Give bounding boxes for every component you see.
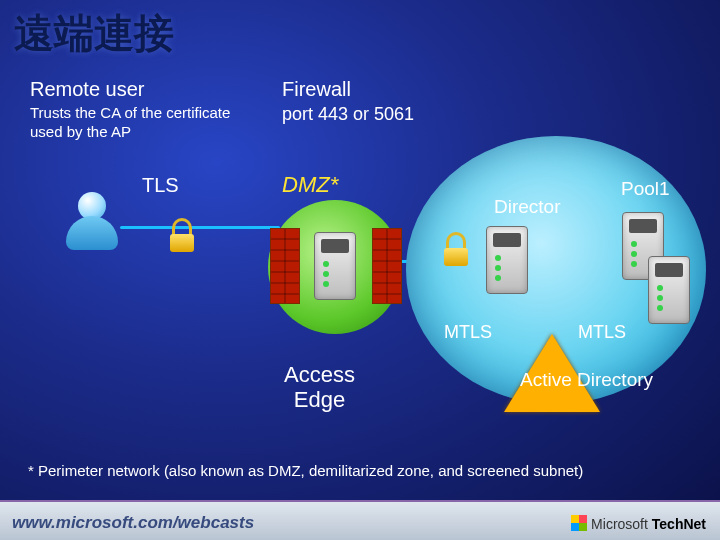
microsoft-logo-icon (571, 515, 587, 531)
footer-brand: Microsoft TechNet (571, 515, 706, 532)
active-directory-text: Active Directory (520, 369, 653, 390)
lock-icon-mtls1 (444, 236, 468, 266)
director-label: Director (494, 196, 561, 218)
access-edge-server-icon (314, 232, 356, 300)
mtls-label-1: MTLS (444, 322, 492, 343)
footer-brand-bold: TechNet (652, 516, 706, 532)
firewall-ports: port 443 or 5061 (282, 104, 414, 125)
dmz-label: DMZ* (282, 172, 338, 198)
access-edge-line2: Edge (294, 387, 345, 412)
remote-user-subtext: Trusts the CA of the certificate used by… (30, 104, 240, 142)
pool1-server2-icon (648, 256, 690, 324)
firewall-outer-icon (270, 228, 300, 304)
firewall-heading: Firewall (282, 78, 351, 101)
access-edge-line1: Access (284, 362, 355, 387)
remote-user-icon (62, 192, 122, 262)
dmz-footnote: * Perimeter network (also known as DMZ, … (28, 462, 583, 479)
director-server-icon (486, 226, 528, 294)
line-user-to-dmz (120, 226, 280, 229)
tls-label: TLS (142, 174, 179, 197)
remote-user-heading: Remote user (30, 78, 145, 101)
slide-title: 遠端連接 (14, 6, 174, 61)
active-directory-label: Active Directory (520, 370, 653, 391)
lock-icon-tls (170, 222, 194, 252)
footer-url: www.microsoft.com/webcasts (12, 513, 254, 533)
access-edge-label: Access Edge (284, 362, 355, 413)
footer-brand-prefix: Microsoft (591, 516, 652, 532)
footer-bar: www.microsoft.com/webcasts Microsoft Tec… (0, 500, 720, 540)
pool1-label: Pool1 (621, 178, 670, 200)
firewall-inner-icon (372, 228, 402, 304)
